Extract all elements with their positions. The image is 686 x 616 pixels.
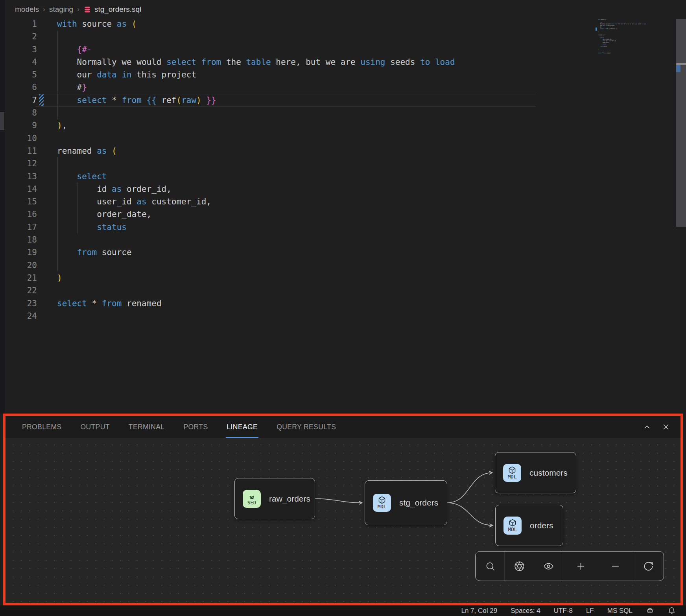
code-line[interactable]: 13 select <box>0 170 455 183</box>
line-number: 4 <box>0 56 37 68</box>
overview-ruler-band <box>676 63 686 65</box>
line-number: 13 <box>0 170 37 183</box>
close-icon[interactable] <box>662 423 670 431</box>
status-lf[interactable]: LF <box>586 607 594 615</box>
code-line[interactable]: 9), <box>0 119 455 132</box>
node-badge-label: MDL <box>508 526 517 532</box>
line-number: 21 <box>0 272 37 284</box>
copilot-status-button[interactable] <box>646 607 654 615</box>
code-line[interactable]: 21) <box>0 272 455 284</box>
node-badge: SED <box>243 490 261 508</box>
lineage-canvas[interactable]: SEDraw_ordersMDLstg_ordersMDLcustomersMD… <box>6 438 680 603</box>
code-line[interactable]: 11renamed as ( <box>0 145 455 157</box>
code-line[interactable]: 18 <box>0 234 455 246</box>
lineage-node-customers[interactable]: MDLcustomers <box>495 452 576 493</box>
code-line[interactable]: 23select * from renamed <box>0 297 455 310</box>
bell-status-button[interactable] <box>668 607 676 615</box>
minimap-code: with source as ( {#- Normally we would s… <box>598 19 607 55</box>
edge-raw_orders-to-stg_orders <box>315 499 362 503</box>
eye-button[interactable] <box>534 552 563 581</box>
refresh-button[interactable] <box>633 552 664 581</box>
line-number: 20 <box>0 259 37 272</box>
code-line[interactable]: 12 <box>0 157 455 170</box>
lineage-node-orders[interactable]: MDLorders <box>495 505 563 546</box>
status-utf-8[interactable]: UTF-8 <box>554 607 573 615</box>
code-line[interactable]: 14 id as order_id, <box>0 183 455 195</box>
line-number: 14 <box>0 183 37 195</box>
code-line[interactable]: 10 <box>0 132 455 145</box>
line-number: 2 <box>0 30 37 43</box>
node-badge: MDL <box>503 517 522 535</box>
breadcrumb-item-staging[interactable]: staging <box>49 5 73 14</box>
breadcrumb-item-models[interactable]: models <box>15 5 39 14</box>
code-line[interactable]: 22 <box>0 284 455 297</box>
tab-problems[interactable]: PROBLEMS <box>21 416 62 438</box>
zoom-in-button[interactable] <box>563 552 598 581</box>
line-number: 15 <box>0 195 37 208</box>
edge-stg_orders-to-orders <box>447 503 492 526</box>
code-line[interactable]: 17 status <box>0 221 455 234</box>
status-bar: Ln 7, Col 29Spaces: 4UTF-8LFMS SQL <box>0 605 686 616</box>
node-badge-label: MDL <box>378 504 387 509</box>
line-number: 24 <box>0 310 37 322</box>
line-number: 23 <box>0 297 37 310</box>
code-line[interactable]: 1with source as ( <box>0 18 455 30</box>
chevron-right-icon: › <box>77 6 79 13</box>
code-line[interactable]: 15 user_id as customer_id, <box>0 195 455 208</box>
minimap-modified-marker <box>596 28 597 31</box>
breadcrumb-file[interactable]: stg_orders.sql <box>83 5 141 14</box>
code-line[interactable]: 8 <box>0 107 455 119</box>
node-badge-label: MDL <box>508 474 517 480</box>
database-icon <box>83 6 91 13</box>
line-number: 5 <box>0 68 37 81</box>
code-line[interactable]: 19 from source <box>0 246 455 259</box>
status-ms-sql[interactable]: MS SQL <box>607 607 633 615</box>
node-badge: MDL <box>373 494 391 512</box>
seed-icon <box>248 492 256 500</box>
aperture-icon <box>514 561 525 572</box>
aperture-button[interactable] <box>505 552 534 581</box>
lineage-toolbar <box>475 551 664 581</box>
status-ln-7-col-29[interactable]: Ln 7, Col 29 <box>461 607 497 615</box>
line-number: 12 <box>0 157 37 170</box>
copilot-icon <box>646 607 654 615</box>
tab-ports[interactable]: PORTS <box>183 416 208 438</box>
line-number: 8 <box>0 107 37 119</box>
node-label: orders <box>530 521 553 530</box>
tab-output[interactable]: OUTPUT <box>79 416 110 438</box>
minimap[interactable]: with source as ( {#- Normally we would s… <box>598 19 677 58</box>
lineage-node-stg_orders[interactable]: MDLstg_orders <box>365 480 447 525</box>
lineage-node-raw_orders[interactable]: SEDraw_orders <box>234 478 315 519</box>
code-line[interactable]: 20 <box>0 259 455 272</box>
code-line[interactable]: 24 <box>0 310 455 322</box>
panel-tab-bar: PROBLEMSOUTPUTTERMINALPORTSLINEAGEQUERY … <box>6 416 680 438</box>
zoom-out-button[interactable] <box>598 552 633 581</box>
code-line[interactable]: 16 order_date, <box>0 208 455 221</box>
search-icon <box>485 561 496 572</box>
breadcrumb-file-label: stg_orders.sql <box>94 5 141 14</box>
code-line[interactable]: 2 <box>0 30 455 43</box>
vscode-window: models › staging › stg_orders.sql 1with … <box>0 0 686 616</box>
node-badge-label: SED <box>247 500 256 506</box>
code-editor[interactable]: 1with source as (23 {#-4 Normally we wou… <box>0 18 455 322</box>
model-icon <box>508 466 516 474</box>
node-label: stg_orders <box>399 498 438 508</box>
chevron-right-icon: › <box>43 6 45 13</box>
editor-scrollbar[interactable] <box>676 19 686 227</box>
code-line[interactable]: 7 select * from {{ ref(raw) }} <box>0 94 455 107</box>
code-line[interactable]: 4 Normally we would select from the tabl… <box>0 56 455 68</box>
line-number: 3 <box>0 43 37 56</box>
status-spaces-4[interactable]: Spaces: 4 <box>511 607 540 615</box>
tab-lineage[interactable]: LINEAGE <box>226 416 258 438</box>
search-button[interactable] <box>476 552 505 581</box>
code-line[interactable]: 5 our data in this project <box>0 68 455 81</box>
code-line[interactable]: 6 #} <box>0 81 455 94</box>
tab-query-results[interactable]: QUERY RESULTS <box>276 416 337 438</box>
model-icon <box>378 496 386 504</box>
node-badge: MDL <box>503 464 521 482</box>
tab-terminal[interactable]: TERMINAL <box>128 416 166 438</box>
line-number: 17 <box>0 221 37 234</box>
chevron-up-icon[interactable] <box>643 423 651 431</box>
code-line[interactable]: 3 {#- <box>0 43 455 56</box>
line-number: 18 <box>0 234 37 246</box>
